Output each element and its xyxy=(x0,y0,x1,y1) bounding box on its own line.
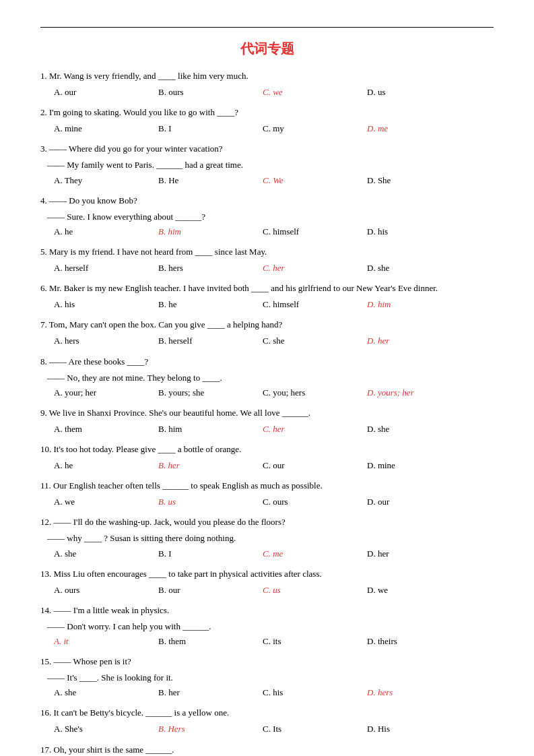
question-8-option-C: C. you; hers xyxy=(263,385,367,400)
question-5-text: 5. Mary is my friend. I have not heard f… xyxy=(40,245,494,259)
question-13-option-C: C. us xyxy=(263,583,367,598)
top-border xyxy=(40,27,494,28)
question-7-option-D: D. her xyxy=(367,334,471,348)
question-9: 9. We live in Shanxi Province. She's our… xyxy=(40,406,494,437)
question-14: 14. —— I'm a little weak in physics.—— D… xyxy=(40,603,494,649)
question-4-option-B: B. him xyxy=(158,224,263,239)
question-9-option-B: B. him xyxy=(158,422,263,437)
question-13-option-B: B. our xyxy=(158,583,263,598)
question-5-option-D: D. she xyxy=(367,261,471,276)
question-5-option-B: B. hers xyxy=(158,261,263,276)
question-3-option-C: C. We xyxy=(263,173,367,188)
question-4-text: 4. —— Do you know Bob? xyxy=(40,193,494,208)
question-7-text: 7. Tom, Mary can't open the box. Can you… xyxy=(40,317,494,332)
question-2-option-A: A. mine xyxy=(54,121,158,136)
question-10-text: 10. It's too hot today. Please give ____… xyxy=(40,442,494,457)
question-4-option-C: C. himself xyxy=(263,224,367,239)
question-17-text: 17. Oh, your shirt is the same ______. xyxy=(40,743,494,756)
question-6-options: A. hisB. heC. himselfD. him xyxy=(40,297,494,312)
question-3-option-D: D. She xyxy=(367,173,471,188)
page-title: 代词专题 xyxy=(40,40,494,58)
question-1-option-A: A. our xyxy=(54,85,158,100)
question-2-option-B: B. I xyxy=(158,121,263,136)
question-16-options: A. She'sB. HersC. ItsD. His xyxy=(40,722,494,736)
question-14-options: A. itB. themC. itsD. theirs xyxy=(40,634,494,649)
question-3: 3. —— Where did you go for your winter v… xyxy=(40,141,494,187)
question-8-text: 8. —— Are these books ____? xyxy=(40,354,494,369)
question-6-option-D: D. him xyxy=(367,297,471,312)
question-3-option-B: B. He xyxy=(158,173,263,188)
question-15-option-A: A. she xyxy=(54,685,158,700)
question-3-options: A. TheyB. HeC. WeD. She xyxy=(40,173,494,188)
question-9-option-A: A. them xyxy=(54,422,158,437)
question-6-text: 6. Mr. Baker is my new English teacher. … xyxy=(40,281,494,296)
question-15-option-D: D. hers xyxy=(367,685,471,700)
question-14-option-C: C. its xyxy=(263,634,367,649)
question-11-option-C: C. ours xyxy=(263,495,367,509)
question-4: 4. —— Do you know Bob?—— Sure. I know ev… xyxy=(40,193,494,239)
question-12-option-B: B. I xyxy=(158,546,263,561)
question-4-option-A: A. he xyxy=(54,224,158,239)
question-12-options: A. sheB. IC. meD. her xyxy=(40,546,494,561)
question-11-text: 11. Our English teacher often tells ____… xyxy=(40,478,494,493)
question-14-option-B: B. them xyxy=(158,634,263,649)
question-11-option-A: A. we xyxy=(54,495,158,509)
question-12-option-C: C. me xyxy=(263,546,367,561)
question-4-options: A. heB. himC. himselfD. his xyxy=(40,224,494,239)
question-14-text: 14. —— I'm a little weak in physics. xyxy=(40,603,494,618)
question-7-option-C: C. she xyxy=(263,334,367,348)
question-3-dialogue-1: —— My family went to Paris. ______ had a… xyxy=(40,158,494,172)
question-2-options: A. mineB. IC. myD. me xyxy=(40,121,494,136)
question-12-text: 12. —— I'll do the washing-up. Jack, wou… xyxy=(40,515,494,530)
question-10-options: A. heB. herC. ourD. mine xyxy=(40,458,494,473)
question-6-option-B: B. he xyxy=(158,297,263,312)
question-8: 8. —— Are these books ____?—— No, they a… xyxy=(40,354,494,400)
question-9-text: 9. We live in Shanxi Province. She's our… xyxy=(40,406,494,420)
question-14-option-D: D. theirs xyxy=(367,634,471,649)
question-12-dialogue-1: —— why ____ ? Susan is sitting there doi… xyxy=(40,531,494,546)
question-13-options: A. oursB. ourC. usD. we xyxy=(40,583,494,598)
question-16: 16. It can't be Betty's bicycle. ______ … xyxy=(40,705,494,736)
question-1-text: 1. Mr. Wang is very friendly, and ____ l… xyxy=(40,69,494,84)
question-9-options: A. themB. himC. herD. she xyxy=(40,422,494,437)
question-4-dialogue-1: —— Sure. I know everything about ______? xyxy=(40,210,494,224)
question-10-option-D: D. mine xyxy=(367,458,471,473)
question-16-text: 16. It can't be Betty's bicycle. ______ … xyxy=(40,705,494,720)
question-16-option-C: C. Its xyxy=(263,722,367,736)
question-10-option-A: A. he xyxy=(54,458,158,473)
question-9-option-D: D. she xyxy=(367,422,471,437)
question-7-option-A: A. hers xyxy=(54,334,158,348)
question-15-options: A. sheB. herC. hisD. hers xyxy=(40,685,494,700)
question-10-option-B: B. her xyxy=(158,458,263,473)
question-12: 12. —— I'll do the washing-up. Jack, wou… xyxy=(40,515,494,561)
question-12-option-A: A. she xyxy=(54,546,158,561)
question-11: 11. Our English teacher often tells ____… xyxy=(40,478,494,509)
question-15-text: 15. —— Whose pen is it? xyxy=(40,654,494,669)
question-5-options: A. herselfB. hersC. herD. she xyxy=(40,261,494,276)
question-3-option-A: A. They xyxy=(54,173,158,188)
question-4-option-D: D. his xyxy=(367,224,471,239)
question-6: 6. Mr. Baker is my new English teacher. … xyxy=(40,281,494,312)
question-3-text: 3. —— Where did you go for your winter v… xyxy=(40,141,494,156)
question-2-option-C: C. my xyxy=(263,121,367,136)
question-15-option-C: C. his xyxy=(263,685,367,700)
question-2-option-D: D. me xyxy=(367,121,471,136)
question-8-option-D: D. yours; her xyxy=(367,385,471,400)
question-7-options: A. hersB. herselfC. sheD. her xyxy=(40,334,494,348)
question-11-option-D: D. our xyxy=(367,495,471,509)
question-16-option-A: A. She's xyxy=(54,722,158,736)
question-1: 1. Mr. Wang is very friendly, and ____ l… xyxy=(40,69,494,100)
question-11-option-B: B. us xyxy=(158,495,263,509)
question-7: 7. Tom, Mary can't open the box. Can you… xyxy=(40,317,494,348)
question-6-option-C: C. himself xyxy=(263,297,367,312)
question-15: 15. —— Whose pen is it?—— It's ____. She… xyxy=(40,654,494,700)
question-13: 13. Miss Liu often encourages ____ to ta… xyxy=(40,567,494,598)
question-1-option-B: B. ours xyxy=(158,85,263,100)
question-10: 10. It's too hot today. Please give ____… xyxy=(40,442,494,473)
question-1-options: A. ourB. oursC. weD. us xyxy=(40,85,494,100)
question-8-options: A. your; herB. yours; sheC. you; hersD. … xyxy=(40,385,494,400)
question-1-option-C: C. we xyxy=(263,85,367,100)
question-1-option-D: D. us xyxy=(367,85,471,100)
question-10-option-C: C. our xyxy=(263,458,367,473)
question-14-option-A: A. it xyxy=(54,634,158,649)
